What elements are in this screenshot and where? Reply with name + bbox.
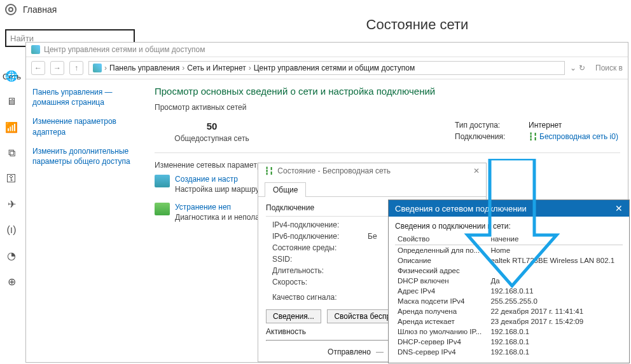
network-name: 50 (155, 121, 269, 131)
table-row: Аренда истекает23 декабря 2017 г. 15:42:… (395, 316, 623, 327)
connection-details-window: Сведения о сетевом подключении ✕ Сведени… (388, 199, 630, 363)
home-label[interactable]: Главная (23, 4, 57, 15)
ethernet-icon[interactable]: 🖥 (6, 96, 17, 107)
table-row: Маска подсети IPv4255.255.255.0 (395, 296, 623, 306)
duration-label: Длительность: (272, 266, 368, 275)
close-icon[interactable]: ✕ (615, 203, 623, 213)
dropdown-chevron-icon[interactable]: ⌄ (570, 64, 576, 72)
details-subtitle: Сведения о подключении к сети: (395, 222, 623, 231)
wireless-props-button[interactable]: Свойства беспр (327, 309, 398, 323)
sidebar-link-sharing[interactable]: Изменить дополнительные параметры общего… (32, 146, 141, 166)
settings-icon-rail: 🌐 🖥 📶 ⧉ ⚿ ✈ (ı) ◔ ⊕ (0, 70, 23, 288)
table-row: DNS-сервер IPv4192.168.0.1 (395, 347, 623, 357)
ssid-label: SSID: (272, 255, 368, 264)
search-hint[interactable]: Поиск в (595, 64, 623, 72)
table-row: Физический адрес (395, 266, 623, 276)
tab-general[interactable]: Общие (265, 182, 306, 197)
table-row: Определенный для по...Home (395, 245, 623, 256)
table-row: DHCP включенДа (395, 276, 623, 286)
hotspot-icon[interactable]: (ı) (6, 224, 16, 236)
wifi-icon[interactable]: 📶 (5, 121, 18, 133)
ipv4-label: IPv4-подключение: (272, 220, 368, 229)
nav-forward-button[interactable]: → (50, 61, 64, 75)
details-table: Свойство начение Определенный для по...H… (395, 233, 623, 357)
breadcrumb-icon (93, 64, 102, 72)
signal-icon: ┇╏ (265, 166, 274, 175)
close-icon[interactable]: ✕ (473, 166, 480, 175)
breadcrumb[interactable]: › Панель управления › Сеть и Интернет › … (88, 61, 565, 75)
media-state-label: Состояние среды: (272, 243, 368, 252)
window-icon (31, 45, 40, 54)
table-row: Аренда получена22 декабря 2017 г. 11:41:… (395, 306, 623, 316)
table-row: Шлюз по умолчанию IP...192.168.0.1 (395, 327, 623, 337)
network-type: Общедоступная сеть (155, 134, 269, 143)
speed-label: Скорость: (272, 278, 368, 286)
details-title: Сведения о сетевом подключении (395, 204, 527, 213)
troubleshoot-icon (155, 203, 170, 215)
airplane-icon[interactable]: ✈ (8, 198, 16, 210)
setup-connection-link[interactable]: Создание и настр (175, 175, 238, 184)
sidebar-link-adapter[interactable]: Изменение параметров адаптера (32, 116, 141, 137)
vpn-icon[interactable]: ⚿ (6, 173, 17, 184)
crumb-2[interactable]: Центр управления сетями и общим доступом (254, 64, 415, 72)
col-value: начение (488, 233, 623, 245)
troubleshoot-link[interactable]: Устранение неп (175, 203, 231, 212)
table-row: DHCP-сервер IPv4192.168.0.1 (395, 337, 623, 347)
datausage-icon[interactable]: ◔ (7, 250, 16, 262)
signal-quality-label: Качество сигнала: (272, 293, 368, 302)
main-heading: Просмотр основных сведений о сети и наст… (155, 86, 620, 97)
connections-label: Подключения: (455, 132, 518, 141)
table-row: Описаниеealtek RTL723BE Wireless LAN 802… (395, 255, 623, 266)
page-title: Состояние сети (204, 17, 631, 33)
table-row: Адрес IPv4192.168.0.11 (395, 286, 623, 296)
ipv6-label: IPv6-подключение: (272, 232, 368, 241)
nav-back-button[interactable]: ← (31, 61, 45, 75)
proxy-icon[interactable]: ⊕ (8, 276, 16, 288)
sent-label: Отправлено (328, 347, 371, 356)
settings-gear-icon (5, 4, 17, 15)
setup-connection-icon (155, 175, 170, 187)
nav-up-button[interactable]: ↑ (69, 61, 83, 75)
crumb-1[interactable]: Сеть и Интернет (187, 64, 246, 72)
dialup-icon[interactable]: ⧉ (8, 147, 15, 159)
refresh-icon[interactable]: ↻ (579, 64, 585, 72)
signal-bars-icon: ┇╏ (529, 132, 537, 141)
details-button[interactable]: Сведения... (266, 309, 321, 323)
status-icon[interactable]: 🌐 (5, 70, 18, 82)
window-title: Центр управления сетями и общим доступом (44, 45, 205, 54)
active-networks-label: Просмотр активных сетей (155, 103, 620, 112)
connection-link[interactable]: ┇╏Беспроводная сеть i0) (529, 132, 618, 141)
col-property: Свойство (395, 233, 488, 245)
crumb-0[interactable]: Панель управления (109, 64, 179, 72)
status-title: Состояние - Беспроводная сеть (277, 166, 391, 175)
sidebar: Панель управления — домашняя страница Из… (26, 79, 147, 237)
access-type-label: Тип доступа: (455, 121, 518, 130)
sidebar-link-home[interactable]: Панель управления — домашняя страница (32, 87, 141, 107)
access-type-value: Интернет (529, 121, 562, 130)
